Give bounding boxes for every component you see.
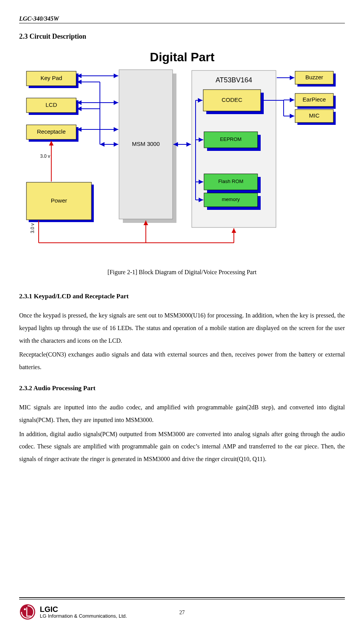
msm-box: MSM 3000 — [132, 141, 160, 147]
subsection1-p2: Receptacle(CON3) exchanges audio signals… — [19, 348, 345, 374]
block-diagram: Digital Part Key Pad LCD Receptacle Powe… — [19, 51, 345, 258]
svg-point-48 — [20, 604, 35, 620]
chip-label: AT53BV164 — [215, 76, 252, 84]
codec-box: CODEC — [221, 96, 242, 103]
subsection2-title: 2.3.2 Audio Processing Part — [19, 384, 345, 392]
subsection2-body: MIC signals are inputted into the audio … — [19, 401, 345, 466]
footer-rule-1 — [19, 597, 345, 598]
volt-label-1: 3.0 v — [40, 154, 50, 159]
svg-point-49 — [24, 608, 26, 610]
volt-label-2: 3.0 v — [30, 223, 35, 233]
subsection1-body: Once the keypad is pressed, the key sign… — [19, 309, 345, 374]
earpiece-box: EarPiece — [302, 96, 326, 103]
keypad-box: Key Pad — [40, 75, 62, 81]
figure-caption: [Figure 2-1] Block Diagram of Digital/Vo… — [19, 269, 345, 276]
power-box: Power — [51, 197, 67, 204]
subsection1-title: 2.3.1 Keypad/LCD and Receptacle Part — [19, 293, 345, 300]
eeprom-box: EEPROM — [220, 136, 241, 142]
buzzer-box: Buzzer — [305, 74, 323, 80]
memory-box: memory — [222, 196, 240, 202]
page-number: 27 — [180, 610, 185, 616]
receptacle-box: Receptacle — [37, 128, 65, 135]
mic-box: MIC — [309, 112, 320, 119]
subsection2-p2: In addition, digital audio signals(PCM) … — [19, 428, 345, 466]
diagram-title: Digital Part — [150, 51, 214, 64]
header-model: LGC-340/345W — [19, 15, 345, 22]
flash-box: Flash ROM — [218, 178, 243, 184]
lg-logo-icon — [19, 603, 36, 620]
lcd-box: LCD — [45, 101, 57, 108]
footer-company: LG Information & Communications, Ltd. — [40, 613, 127, 619]
subsection1-p1: Once the keypad is pressed, the key sign… — [19, 309, 345, 347]
footer-rule-2 — [19, 599, 345, 600]
section-title: 2.3 Circuit Description — [19, 33, 345, 41]
header-rule — [19, 23, 345, 23]
footer-lgic: LGIC — [40, 605, 127, 613]
page-footer: LGIC LG Information & Communications, Lt… — [19, 597, 345, 620]
subsection2-p1: MIC signals are inputted into the audio … — [19, 401, 345, 427]
